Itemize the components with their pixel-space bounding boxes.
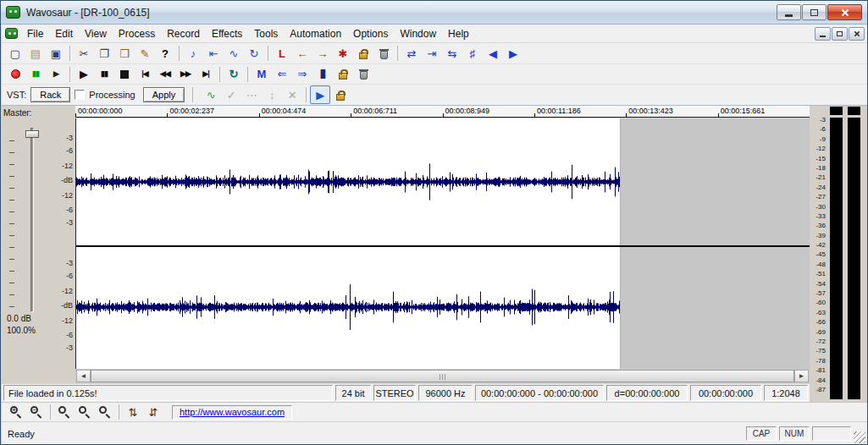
menu-item-file[interactable]: File [21, 26, 49, 41]
play-cursor-button[interactable]: ▶ [46, 65, 66, 84]
vst-chain-button[interactable]: ∿ [201, 85, 221, 104]
scroll-left-arrow[interactable]: ◄ [76, 370, 91, 382]
magnifier-lens [79, 406, 86, 414]
zoom-selection-button[interactable] [54, 403, 75, 421]
insert-silence-button[interactable]: ∿ [224, 44, 244, 63]
pause-icon: ▮▮ [101, 70, 108, 78]
pause-button[interactable]: ▮▮ [94, 65, 114, 84]
view-start-button[interactable]: ⇤ [203, 44, 224, 63]
timeline-tick-label: 00:00:08:949 [445, 107, 490, 115]
paste-mix-button[interactable]: ✎ [135, 44, 155, 63]
rewind-button[interactable]: ◀◀ [155, 65, 175, 84]
mdi-close-button[interactable] [849, 27, 865, 41]
fast-forward-button[interactable]: ▶▶ [175, 65, 196, 84]
new-file-button[interactable]: ▢ [5, 44, 25, 63]
open-file-button[interactable]: ▤ [25, 44, 46, 63]
shrink-selection-button[interactable]: ⇥ [422, 44, 442, 63]
vst-processing-checkbox[interactable] [75, 90, 85, 100]
vst-remove-button[interactable]: ✕ [282, 85, 302, 104]
maximize-icon [810, 9, 818, 16]
scrollbar-thumb[interactable] [91, 370, 794, 382]
document-icon[interactable] [5, 28, 18, 39]
menu-item-process[interactable]: Process [113, 26, 161, 41]
menu-item-help[interactable]: Help [442, 26, 475, 41]
lock-markers-button[interactable] [333, 65, 353, 84]
vertical-zoom-in-button[interactable]: ⇅ [123, 403, 143, 421]
next-loop-point-button[interactable]: → [312, 44, 333, 63]
next-marker-button[interactable]: ⇒ [292, 65, 312, 84]
zoom-vertical-button[interactable] [75, 403, 95, 421]
resample-button[interactable]: ↻ [244, 44, 264, 63]
vst-apply-button[interactable]: Apply [143, 87, 185, 102]
cut-button[interactable]: ✂ [74, 44, 94, 63]
vst-more-button[interactable]: ⋯ [241, 85, 262, 104]
zoom-all-button[interactable] [95, 403, 115, 421]
menu-item-window[interactable]: Window [394, 26, 442, 41]
menu-item-effects[interactable]: Effects [206, 26, 248, 41]
extend-selection-button[interactable]: ⇆ [442, 44, 462, 63]
db-scale-label: -6 [66, 272, 73, 280]
lock-loop-button[interactable] [353, 44, 373, 63]
mdi-minimize-button[interactable] [815, 27, 831, 41]
loop-points-button[interactable]: L [272, 44, 292, 63]
menu-item-view[interactable]: View [79, 26, 113, 41]
vst-monitor-button[interactable]: ▶ [310, 85, 330, 104]
selection-bounds-button[interactable]: ♯ [462, 44, 483, 63]
vst-rack-button[interactable]: Rack [30, 87, 70, 102]
insert-marker-button[interactable]: M [252, 65, 272, 84]
timeline-ruler[interactable]: 00:00:00:00000:00:02:23700:00:04:47400:0… [75, 106, 810, 118]
mdi-restore-button[interactable] [832, 27, 848, 41]
record-icon [11, 69, 20, 79]
menu-item-tools[interactable]: Tools [248, 26, 284, 41]
delete-loop-button[interactable] [373, 44, 394, 63]
resize-grip[interactable] [854, 431, 865, 443]
clear-loop-points-button[interactable]: ✱ [333, 44, 353, 63]
menu-item-options[interactable]: Options [347, 26, 394, 41]
menu-item-automation[interactable]: Automation [284, 26, 347, 41]
waveform-area[interactable] [75, 118, 810, 369]
play-button[interactable]: ▶ [74, 65, 94, 84]
close-button[interactable] [827, 4, 862, 20]
record-pause-button[interactable]: ▮▮ [25, 65, 46, 84]
minimize-button[interactable] [777, 4, 801, 20]
paste-button[interactable]: ❒ [114, 44, 135, 63]
scroll-right-arrow[interactable]: ► [794, 370, 809, 382]
stop-button[interactable] [114, 65, 135, 84]
zoom-vertical-icon [79, 406, 91, 418]
toolbar-separator [247, 67, 248, 82]
wavosaur-logo-icon [6, 6, 20, 19]
menu-item-edit[interactable]: Edit [49, 26, 79, 41]
goto-end-button[interactable]: ▶| [196, 65, 216, 84]
markers-block-button[interactable]: ▐▌ [312, 65, 333, 84]
horizontal-scrollbar[interactable]: ◄ ► [75, 369, 810, 383]
goto-start-button[interactable]: |◀ [135, 65, 155, 84]
play-backward-button[interactable]: ◀ [483, 44, 503, 63]
help-button[interactable]: ? [155, 44, 175, 63]
menu-item-record[interactable]: Record [161, 26, 206, 41]
zoom-out-button[interactable]: − [26, 403, 47, 421]
vst-reorder-button[interactable]: ↕ [262, 85, 282, 104]
vertical-zoom-out-button[interactable]: ⇵ [143, 403, 163, 421]
vst-apply-check-button[interactable]: ✓ [221, 85, 241, 104]
zoom-in-button[interactable]: + [6, 403, 26, 421]
prev-marker-button[interactable]: ⇐ [272, 65, 292, 84]
copy-button[interactable]: ❐ [94, 44, 114, 63]
play-forward-button[interactable]: ▶ [503, 44, 523, 63]
zoom-selection-icon [58, 406, 70, 418]
audition-button[interactable]: ♪ [183, 44, 203, 63]
master-volume-slider[interactable] [30, 128, 34, 312]
magnifier-handle [65, 414, 70, 419]
record-button[interactable] [5, 65, 25, 84]
wavosaur-link[interactable]: http://www.wavosaur.com [180, 407, 285, 417]
meter-scale-label: -30 [810, 204, 826, 211]
timeline-tick-label: 00:00:02:237 [169, 107, 214, 115]
toolbar-main: ▢▤▣✂❐❒✎?♪⇤∿↻L←→✱⇄⇥⇆♯◀▶ [2, 43, 868, 64]
vst-lock-button[interactable] [330, 85, 351, 104]
delete-markers-button[interactable] [353, 65, 373, 84]
loop-playback-button[interactable]: ↻ [224, 65, 244, 84]
master-volume-thumb[interactable] [25, 130, 39, 138]
swap-channels-button[interactable]: ⇄ [401, 44, 422, 63]
maximize-button[interactable] [802, 4, 827, 20]
prev-loop-point-button[interactable]: ← [292, 44, 312, 63]
save-button[interactable]: ▣ [46, 44, 66, 63]
